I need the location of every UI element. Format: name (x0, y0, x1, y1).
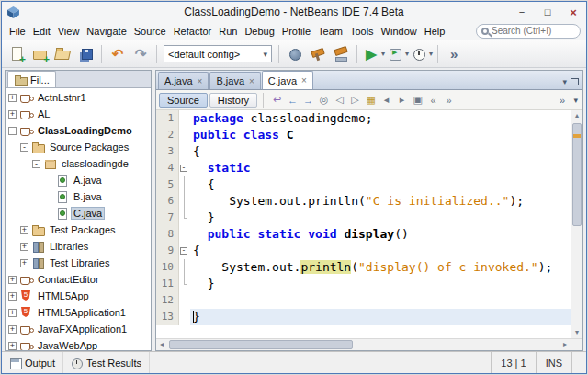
close-icon[interactable]: × (198, 76, 203, 86)
shift-right-icon[interactable]: » (441, 95, 457, 106)
v-scroll-thumb[interactable] (572, 123, 582, 226)
code-line-9[interactable]: 9-{ (156, 243, 571, 259)
code-line-13[interactable]: 13} (156, 309, 571, 325)
statusbar-panel-output[interactable]: Output (2, 352, 63, 373)
tree-item-javawebapp[interactable]: +JavaWebApp (6, 337, 151, 350)
expand-handle[interactable]: + (20, 226, 28, 234)
tree-item-actnlstnr1[interactable]: +ActnLstnr1 (6, 89, 151, 106)
v-scrollbar[interactable]: ▴ ▾ (571, 110, 582, 338)
tree-item-classloadingdemo[interactable]: -ClassLoadingDemo (6, 122, 151, 139)
tab-files[interactable]: Fil... (7, 71, 56, 87)
chevron-down-icon[interactable]: ▾ (381, 50, 385, 58)
scroll-left-icon[interactable]: ◂ (156, 339, 167, 350)
back-icon[interactable]: ← (285, 95, 300, 106)
last-edit-icon[interactable]: ↩ (269, 94, 285, 106)
close-button[interactable]: × (560, 3, 586, 21)
find-previous-icon[interactable]: ◁ (332, 94, 347, 106)
menu-team[interactable]: Team (314, 26, 346, 37)
expand-handle[interactable]: + (8, 342, 17, 350)
tab-list-chevron-icon[interactable]: ▾ (562, 77, 567, 86)
h-scroll-thumb[interactable] (169, 340, 353, 349)
scroll-down-icon[interactable]: ▾ (571, 327, 582, 338)
code-line-7[interactable]: 7 } (156, 210, 571, 226)
maximize-editor-icon[interactable] (571, 78, 579, 85)
code-area[interactable]: 1package classloadingdemo;2public class … (156, 110, 571, 338)
code-line-6[interactable]: 6 System.out.println("C is initialized..… (156, 193, 571, 210)
open-project-button[interactable] (51, 43, 74, 65)
code-line-5[interactable]: 5 { (156, 176, 571, 193)
tree-item-a-java[interactable]: A.java (6, 172, 151, 188)
deploy-button[interactable] (284, 43, 306, 65)
tab-a-java[interactable]: A.java× (158, 72, 209, 89)
clean-build-button[interactable] (330, 43, 352, 65)
fold-toggle[interactable]: - (179, 160, 190, 176)
tree-item-al[interactable]: +AL (6, 106, 151, 122)
toggle-highlight-icon[interactable]: ▦ (363, 94, 379, 106)
tree-item-c-java[interactable]: C.java (6, 205, 151, 222)
expand-handle[interactable]: + (20, 243, 28, 251)
chevron-down-icon[interactable]: ▾ (405, 50, 409, 58)
scroll-up-icon[interactable]: ▴ (571, 110, 582, 121)
chevron-down-icon[interactable]: ▾ (573, 96, 578, 105)
shift-left-icon[interactable]: « (425, 95, 441, 106)
tree-item-html5app[interactable]: +HTML5App (6, 288, 151, 304)
code-line-8[interactable]: 8 public static void display() (156, 226, 571, 243)
find-next-icon[interactable]: ▷ (347, 94, 363, 106)
minimize-button[interactable]: − (509, 3, 535, 21)
menu-edit[interactable]: Edit (29, 26, 54, 37)
tree-item-javafxapplication1[interactable]: +JavaFXApplication1 (6, 321, 151, 337)
expand-handle[interactable]: + (20, 259, 28, 267)
tab-b-java[interactable]: B.java× (209, 72, 260, 89)
menu-help[interactable]: Help (421, 26, 449, 37)
search-box[interactable] (476, 24, 581, 39)
statusbar-panel-test-results[interactable]: Test Results (63, 352, 150, 373)
close-icon[interactable]: × (249, 76, 254, 86)
menu-run[interactable]: Run (215, 26, 241, 37)
code-line-12[interactable]: 12 (156, 292, 571, 309)
fold-collapse-icon[interactable]: - (180, 165, 187, 172)
chevron-down-icon[interactable]: ▾ (429, 50, 433, 58)
menu-refactor[interactable]: Refactor (170, 26, 216, 37)
code-line-1[interactable]: 1package classloadingdemo; (156, 110, 571, 127)
overflow-button[interactable]: » (443, 43, 465, 65)
tree-item-test-packages[interactable]: +Test Packages (6, 222, 151, 238)
tree-item-contacteditor[interactable]: +ContactEditor (6, 271, 151, 288)
code-line-4[interactable]: 4- static (156, 160, 571, 176)
profile-button[interactable]: ▾ (410, 43, 433, 65)
undo-button[interactable]: ↶ (107, 43, 129, 65)
find-selection-icon[interactable]: ◎ (316, 94, 332, 106)
menu-view[interactable]: View (54, 26, 84, 37)
new-file-button[interactable] (6, 43, 28, 65)
debug-button[interactable]: ▾ (386, 43, 409, 65)
run-button[interactable]: ▶▾ (362, 43, 385, 65)
tree-item-classloadingde[interactable]: -classloadingde (6, 155, 151, 172)
search-input[interactable] (492, 26, 575, 36)
code-line-10[interactable]: 10 System.out.println("display() of c in… (156, 259, 571, 276)
expand-handle[interactable]: + (8, 276, 17, 284)
code-line-2[interactable]: 2public class C (156, 127, 571, 143)
tree-item-source-packages[interactable]: -Source Packages (6, 139, 151, 155)
menu-tools[interactable]: Tools (346, 26, 378, 37)
redo-button[interactable]: ↷ (130, 43, 152, 65)
build-button[interactable] (307, 43, 329, 65)
collapse-handle[interactable]: - (32, 160, 40, 168)
new-project-button[interactable] (28, 43, 51, 65)
tree-item-libraries[interactable]: +Libraries (6, 238, 151, 255)
menu-navigate[interactable]: Navigate (83, 26, 130, 37)
tree-item-b-java[interactable]: B.java (6, 188, 151, 205)
view-source[interactable]: Source (159, 93, 208, 108)
menu-debug[interactable]: Debug (241, 26, 277, 37)
fold-toggle[interactable]: - (179, 243, 190, 259)
menu-window[interactable]: Window (378, 26, 421, 37)
menu-profile[interactable]: Profile (278, 26, 314, 37)
toggle-bookmark-icon[interactable]: ▣ (410, 94, 425, 106)
close-icon[interactable]: × (301, 75, 307, 85)
fold-collapse-icon[interactable]: - (180, 247, 187, 255)
maximize-button[interactable]: □ (535, 3, 560, 21)
code-line-3[interactable]: 3{ (156, 143, 571, 160)
previous-bookmark-icon[interactable]: ◂ (379, 94, 394, 106)
save-all-button[interactable] (74, 43, 96, 65)
code-line-11[interactable]: 11 } (156, 276, 571, 292)
h-scrollbar[interactable]: ◂ ▸ (156, 338, 582, 350)
forward-icon[interactable]: → (300, 95, 316, 106)
